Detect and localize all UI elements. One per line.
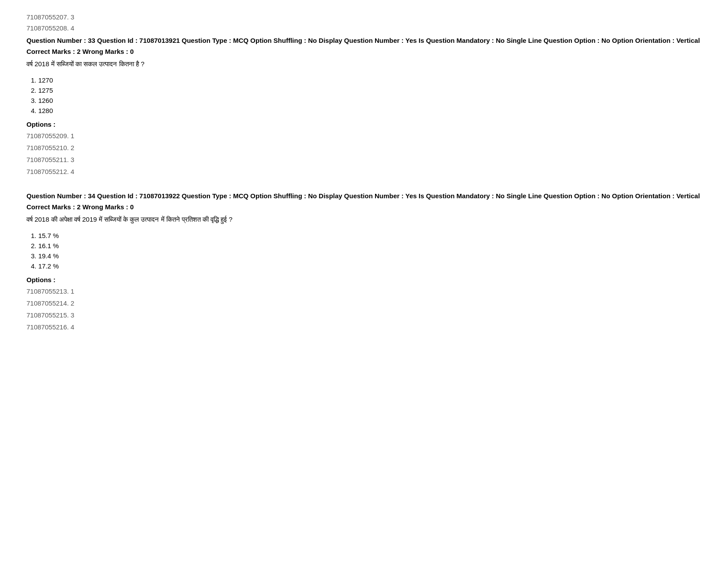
previous-options-section: 71087055207. 371087055208. 4 [26, 13, 702, 32]
prev-option-line: 71087055208. 4 [26, 24, 702, 32]
answer-options-list: 1. 12702. 12753. 12604. 1280 [26, 76, 702, 114]
answer-option-1: 1. 1270 [31, 76, 702, 84]
option-id-line: 71087055214. 2 [26, 297, 702, 309]
question-block-1: Question Number : 33 Question Id : 71087… [26, 35, 702, 178]
option-id-line: 71087055216. 4 [26, 321, 702, 333]
question-header: Question Number : 34 Question Id : 71087… [26, 191, 702, 201]
question-block-2: Question Number : 34 Question Id : 71087… [26, 191, 702, 333]
option-ids-section: 71087055209. 171087055210. 271087055211.… [26, 130, 702, 178]
option-id-line: 71087055210. 2 [26, 142, 702, 154]
prev-option-line: 71087055207. 3 [26, 13, 702, 21]
answer-option-1: 1. 15.7 % [31, 232, 702, 239]
answer-option-3: 3. 19.4 % [31, 252, 702, 260]
question-text: वर्ष 2018 की अपेक्षा वर्ष 2019 में सब्जि… [26, 214, 702, 225]
answer-options-list: 1. 15.7 %2. 16.1 %3. 19.4 %4. 17.2 % [26, 232, 702, 270]
question-header: Question Number : 33 Question Id : 71087… [26, 35, 702, 46]
answer-option-3: 3. 1260 [31, 97, 702, 104]
marks-line: Correct Marks : 2 Wrong Marks : 0 [26, 203, 702, 211]
option-id-line: 71087055215. 3 [26, 309, 702, 321]
option-id-line: 71087055209. 1 [26, 130, 702, 142]
answer-option-4: 4. 1280 [31, 107, 702, 114]
options-label: Options : [26, 276, 702, 283]
option-id-line: 71087055213. 1 [26, 285, 702, 297]
answer-option-2: 2. 1275 [31, 87, 702, 94]
marks-line: Correct Marks : 2 Wrong Marks : 0 [26, 48, 702, 55]
option-id-line: 71087055211. 3 [26, 154, 702, 166]
option-ids-section: 71087055213. 171087055214. 271087055215.… [26, 285, 702, 333]
answer-option-2: 2. 16.1 % [31, 242, 702, 249]
question-text: वर्ष 2018 में सब्जियों का सकल उत्पादन कि… [26, 59, 702, 69]
option-id-line: 71087055212. 4 [26, 166, 702, 178]
answer-option-4: 4. 17.2 % [31, 262, 702, 270]
options-label: Options : [26, 121, 702, 128]
